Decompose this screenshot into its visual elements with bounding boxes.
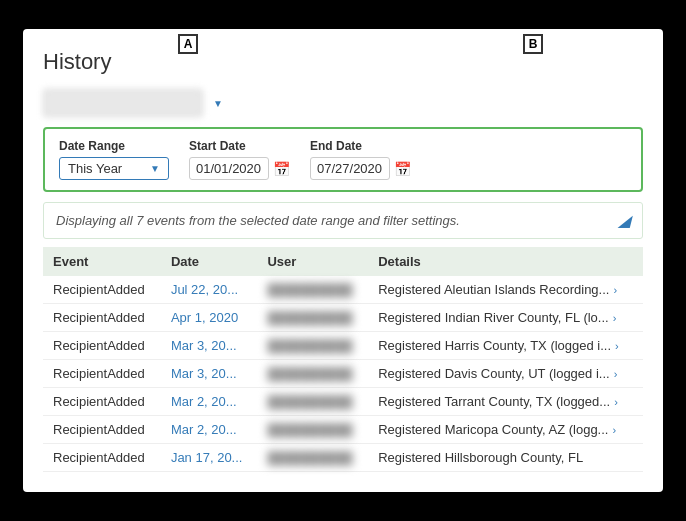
row-chevron-icon[interactable]: › [613,312,617,324]
cell-date[interactable]: Mar 2, 20... [161,388,258,416]
filter-icon[interactable]: ◢ [618,211,630,230]
cell-event: RecipientAdded [43,360,161,388]
filter-row: ▼ [43,89,643,117]
row-chevron-icon[interactable]: › [615,340,619,352]
table-row: RecipientAddedApr 1, 2020██████████Regis… [43,304,643,332]
row-chevron-icon[interactable]: › [614,396,618,408]
end-date-input-row: 07/27/2020 📅 [310,157,411,180]
info-bar-message: Displaying all 7 events from the selecte… [56,213,460,228]
date-range-label: Date Range [59,139,169,153]
annotation-a: A [178,34,198,54]
cell-details: Registered Indian River County, FL (lo..… [368,304,643,332]
date-link[interactable]: Apr 1, 2020 [171,310,238,325]
start-date-input-row: 01/01/2020 📅 [189,157,290,180]
blurred-filter-input[interactable] [43,89,203,117]
date-link[interactable]: Jan 17, 20... [171,450,243,465]
table-row: RecipientAddedMar 2, 20...██████████Regi… [43,416,643,444]
cell-date[interactable]: Mar 2, 20... [161,416,258,444]
row-chevron-icon[interactable]: › [614,368,618,380]
date-range-box: Date Range This Year ▼ Start Date 01/01/… [43,127,643,192]
cell-event: RecipientAdded [43,444,161,472]
cell-event: RecipientAdded [43,304,161,332]
page-title: History [43,49,643,75]
col-user: User [257,247,368,276]
date-range-value: This Year [68,161,122,176]
end-date-calendar-icon[interactable]: 📅 [394,161,411,177]
cell-event: RecipientAdded [43,388,161,416]
date-link[interactable]: Mar 3, 20... [171,338,237,353]
date-range-select[interactable]: This Year ▼ [59,157,169,180]
cell-date[interactable]: Mar 3, 20... [161,360,258,388]
cell-date[interactable]: Apr 1, 2020 [161,304,258,332]
end-date-field: End Date 07/27/2020 📅 [310,139,411,180]
end-date-label: End Date [310,139,411,153]
cell-event: RecipientAdded [43,332,161,360]
cell-date[interactable]: Jan 17, 20... [161,444,258,472]
date-range-field: Date Range This Year ▼ [59,139,169,180]
table-header-row: Event Date User Details [43,247,643,276]
cell-user: ██████████ [257,332,368,360]
cell-user: ██████████ [257,304,368,332]
date-link[interactable]: Jul 22, 20... [171,282,238,297]
row-chevron-icon[interactable]: › [612,424,616,436]
table-row: RecipientAddedJul 22, 20...██████████Reg… [43,276,643,304]
cell-user: ██████████ [257,276,368,304]
cell-details: Registered Davis County, UT (logged i...… [368,360,643,388]
date-link[interactable]: Mar 2, 20... [171,422,237,437]
cell-details: Registered Maricopa County, AZ (logg...› [368,416,643,444]
cell-date[interactable]: Jul 22, 20... [161,276,258,304]
filter-dropdown-arrow[interactable]: ▼ [213,98,223,109]
table-row: RecipientAddedMar 3, 20...██████████Regi… [43,360,643,388]
cell-event: RecipientAdded [43,276,161,304]
cell-date[interactable]: Mar 3, 20... [161,332,258,360]
col-date: Date [161,247,258,276]
table-row: RecipientAddedMar 3, 20...██████████Regi… [43,332,643,360]
cell-details: Registered Harris County, TX (logged i..… [368,332,643,360]
date-link[interactable]: Mar 3, 20... [171,366,237,381]
cell-user: ██████████ [257,416,368,444]
cell-user: ██████████ [257,444,368,472]
cell-user: ██████████ [257,388,368,416]
start-date-label: Start Date [189,139,290,153]
cell-user: ██████████ [257,360,368,388]
cell-details: Registered Tarrant County, TX (logged...… [368,388,643,416]
col-details: Details [368,247,643,276]
end-date-value[interactable]: 07/27/2020 [310,157,390,180]
table-row: RecipientAddedMar 2, 20...██████████Regi… [43,388,643,416]
date-link[interactable]: Mar 2, 20... [171,394,237,409]
cell-details: Registered Hillsborough County, FL [368,444,643,472]
cell-details: Registered Aleutian Islands Recording...… [368,276,643,304]
start-date-value[interactable]: 01/01/2020 [189,157,269,180]
row-chevron-icon[interactable]: › [613,284,617,296]
table-row: RecipientAddedJan 17, 20...██████████Reg… [43,444,643,472]
cell-event: RecipientAdded [43,416,161,444]
start-date-field: Start Date 01/01/2020 📅 [189,139,290,180]
info-bar: Displaying all 7 events from the selecte… [43,202,643,239]
annotation-b: B [523,34,543,54]
start-date-calendar-icon[interactable]: 📅 [273,161,290,177]
date-range-arrow-icon: ▼ [150,163,160,174]
history-table: Event Date User Details RecipientAddedJu… [43,247,643,472]
col-event: Event [43,247,161,276]
